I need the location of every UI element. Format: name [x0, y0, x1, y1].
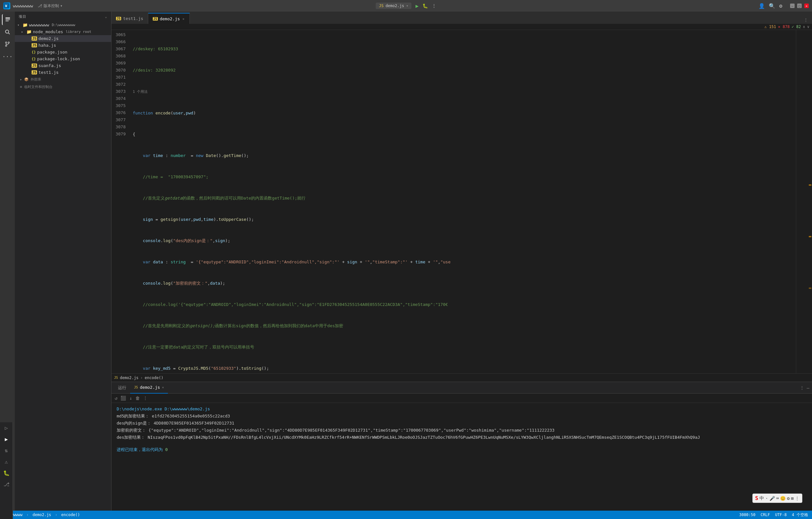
- minimap-marker-3: [809, 288, 811, 289]
- run-file-badge[interactable]: JS demo2.js ▾: [376, 3, 411, 9]
- sogou-logo: S: [755, 495, 758, 501]
- sidebar-item-node-modules[interactable]: ▸ 📁 node_modules library root: [15, 28, 111, 35]
- temp-label: 临时文件和控制台: [24, 84, 53, 89]
- rerun-icon[interactable]: ↺: [114, 395, 118, 401]
- panel-tabs: 运行 JS demo2.js ✕ ⋮ —: [112, 382, 812, 393]
- explorer-icon[interactable]: [2, 14, 13, 25]
- code-3073: console.log("des内的sign是：",sign);: [133, 237, 796, 244]
- git-activity-icon[interactable]: [2, 39, 13, 50]
- sb-eol[interactable]: CRLF: [761, 513, 770, 517]
- sidebar-item-package-lock[interactable]: {} package-lock.json: [15, 55, 111, 62]
- status-bar: wwwwwwww › demo2.js › encode() 3080:50 C…: [0, 511, 812, 519]
- sogou-more1[interactable]: ⚙: [787, 496, 789, 501]
- svg-rect-3: [5, 19, 10, 20]
- code-3077: //首先是先用刚刚定义的getsign();函数计算出sign的数值，然后再给他…: [133, 322, 796, 329]
- package-label: package.json: [37, 50, 67, 54]
- sogou-grid[interactable]: ⊞: [791, 496, 794, 501]
- sogou-keyboard[interactable]: ⌨: [776, 496, 779, 501]
- ok-badge: ✓ 82: [792, 25, 801, 29]
- app-icon: W: [3, 2, 10, 9]
- sogou-bar: S 中 · 🎤 ⌨ 😊 ⚙ ⊞ ⋮: [752, 494, 802, 503]
- minimize-button[interactable]: —: [790, 4, 794, 8]
- code-area[interactable]: //deskey: 65102933 //desiv: 32028092 1 个…: [130, 30, 796, 373]
- demo2-tab-close[interactable]: ✕: [182, 17, 185, 21]
- stop-icon[interactable]: ⬛: [120, 395, 127, 401]
- clear-icon[interactable]: 🗑: [135, 395, 141, 401]
- title-bar: W wwwwwwww ⎇ 版本控制 ▾ JS demo2.js ▾ ▶ 🐛 ⋮ …: [0, 0, 812, 11]
- sogou-emoji[interactable]: 😊: [780, 496, 786, 501]
- demo2-tab-label: demo2.js: [160, 17, 180, 21]
- sogou-chinese[interactable]: 中: [759, 495, 764, 501]
- sidebar-item-test1[interactable]: JS test1.js: [15, 69, 111, 76]
- user-icon[interactable]: 👤: [758, 3, 765, 9]
- search-activity-icon[interactable]: [2, 26, 13, 37]
- close-button[interactable]: ✕: [804, 4, 809, 8]
- panel-controls: ⋮ —: [800, 385, 809, 390]
- settings-icon[interactable]: ⚙: [779, 3, 782, 9]
- code-3067: function encode(user,pwd): [133, 110, 796, 117]
- vcs-label: 版本控制: [44, 3, 59, 9]
- sidebar-section-external[interactable]: ▸ 📦 外部库: [15, 76, 111, 83]
- panel-tab-demo2run[interactable]: JS demo2.js ✕: [130, 382, 168, 393]
- folder-arrow-open: ▾: [18, 23, 21, 27]
- sb-func[interactable]: encode(): [61, 513, 80, 517]
- window-controls: — □ ✕: [790, 4, 809, 8]
- sb-file[interactable]: demo2.js: [33, 513, 51, 517]
- expand-icon[interactable]: ∨: [807, 25, 809, 29]
- vcs-badge[interactable]: ⎇ 版本控制 ▾: [36, 3, 64, 9]
- breadcrumb-sep: ›: [141, 376, 143, 380]
- sidebar-item-demo2[interactable]: JS demo2.js: [15, 35, 111, 42]
- collapse-icon[interactable]: ∧: [803, 25, 805, 29]
- tab-demo2[interactable]: JS demo2.js ✕: [148, 13, 190, 24]
- sb-encoding[interactable]: UTF-8: [775, 513, 787, 517]
- des-value: NIszaqFPos1vd0pFqKlB42Np5itPxaNH//FDsRnl…: [148, 435, 700, 440]
- sb-spaces[interactable]: 4 个空格: [792, 512, 808, 518]
- panel-tab-run[interactable]: 运行: [114, 382, 130, 393]
- tab-extra: ⋮: [802, 16, 812, 24]
- terminal-line-md5: md5的加密结果： e1fd2763045255154a0e0555c22acd…: [117, 413, 807, 420]
- terminal-line-path: D:\nodejs\node.exe D:\wwwwww\demo2.js: [117, 406, 807, 413]
- maximize-button[interactable]: □: [797, 4, 802, 8]
- line-num-3071: 3071: [112, 74, 126, 81]
- exit-code: 0: [165, 447, 168, 452]
- folder-label: wwwwwwww: [29, 23, 49, 27]
- sogou-mic[interactable]: 🎤: [770, 496, 775, 501]
- run-button[interactable]: ▶: [415, 3, 418, 9]
- packagelock-icon: {}: [32, 57, 36, 61]
- demo2run-close[interactable]: ✕: [162, 386, 164, 389]
- sidebar-section-temp[interactable]: ≡ 临时文件和控制台: [15, 83, 111, 90]
- haha-label: haha.js: [38, 43, 56, 48]
- svg-point-7: [5, 42, 7, 43]
- tab-more-icon[interactable]: ⋮: [802, 16, 809, 24]
- sogou-more2[interactable]: ⋮: [795, 496, 800, 501]
- vcs-icon: ⎇: [38, 4, 42, 8]
- sidebar-item-wwwwwwww[interactable]: ▾ 📁 wwwwwwww D:\wwwwwwww: [15, 22, 111, 28]
- title-center: JS demo2.js ▾ ▶ 🐛 ⋮: [376, 3, 436, 9]
- sidebar-item-package[interactable]: {} package.json: [15, 49, 111, 55]
- packagelock-label: package-lock.json: [37, 56, 80, 61]
- code-3068: {: [133, 131, 796, 138]
- code-3070: //time = "1700039457097";: [133, 173, 796, 181]
- scrolldown-icon[interactable]: ↓: [128, 395, 133, 401]
- editor-status-badges: ⚠ 151 ✕ 878 ✓ 82 ∧ ∨: [112, 24, 812, 30]
- sogou-dot[interactable]: ·: [765, 496, 768, 501]
- more-icon[interactable]: ⋮: [432, 3, 436, 8]
- sidebar-item-haha[interactable]: JS haha.js: [15, 42, 111, 49]
- sb-line-col[interactable]: 3080:50: [739, 513, 756, 517]
- package-icon: {}: [32, 50, 36, 54]
- debug-icon[interactable]: 🐛: [423, 3, 428, 8]
- search-icon[interactable]: 🔍: [769, 3, 775, 9]
- more-activity-icon[interactable]: ···: [2, 51, 13, 62]
- sidebar-chevron[interactable]: ⌄: [105, 15, 107, 19]
- sidebar-item-suanfa[interactable]: JS suanfa.js: [15, 62, 111, 69]
- tab-test1[interactable]: JS test1.js: [112, 13, 148, 24]
- panel-more-icon[interactable]: ⋮: [800, 385, 804, 390]
- sign-value: 4DD80D7E985EF014365F349F02D12731: [154, 421, 234, 426]
- title-left: W wwwwwwww ⎇ 版本控制 ▾: [3, 2, 64, 9]
- svg-point-9: [8, 42, 9, 43]
- sidebar-title: 项目: [19, 14, 26, 19]
- panel-minimize-icon[interactable]: —: [807, 385, 809, 390]
- editor-content: 3065 3066 3067 3068 3069 3070 3071 3072 …: [112, 30, 812, 373]
- line-num-3067: 3067: [112, 46, 126, 53]
- panel-more2-icon[interactable]: ⋮: [142, 395, 148, 401]
